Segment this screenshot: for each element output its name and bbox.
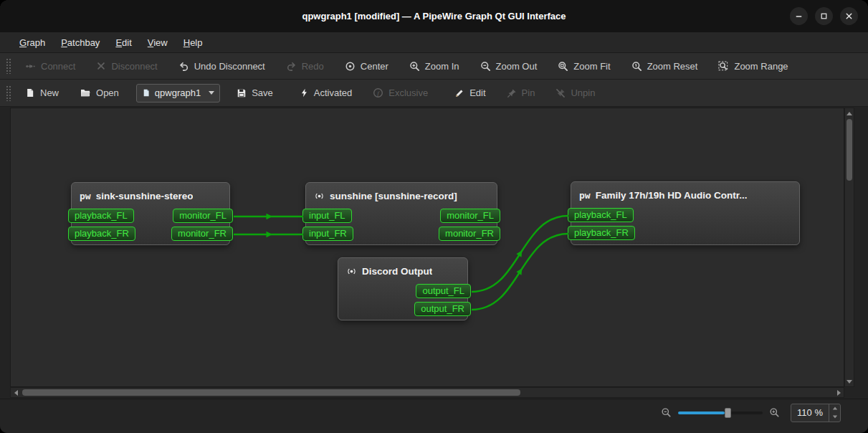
- horizontal-scroll-thumb[interactable]: [22, 389, 520, 396]
- center-button[interactable]: Center: [338, 57, 395, 75]
- arrow-up-icon: [846, 112, 852, 115]
- zoom-reset-label: Zoom Reset: [647, 61, 698, 72]
- patchbay-profile-combobox[interactable]: qpwgraph1: [136, 84, 220, 103]
- menu-view[interactable]: View: [140, 34, 176, 51]
- pipewire-icon: pw: [579, 190, 591, 201]
- redo-button[interactable]: Redo: [280, 57, 330, 75]
- port-playback-fr[interactable]: playback_FR: [568, 226, 635, 240]
- menu-patchbay[interactable]: Patchbay: [53, 34, 108, 51]
- port-output-fl[interactable]: output_FL: [416, 284, 471, 298]
- port-monitor-fr[interactable]: monitor_FR: [171, 227, 233, 241]
- profile-document-icon: [142, 88, 151, 97]
- pencil-icon: [454, 88, 464, 98]
- center-icon: [345, 61, 356, 72]
- maximize-button[interactable]: [815, 7, 833, 25]
- node-header: sunshine [sunshine-record]: [306, 183, 497, 209]
- redo-label: Redo: [302, 61, 324, 72]
- node-sink-sunshine-stereo[interactable]: pw sink-sunshine-stereo playback_FL play…: [71, 182, 230, 245]
- graph-canvas[interactable]: pw sink-sunshine-stereo playback_FL play…: [10, 108, 844, 387]
- zoom-out-button[interactable]: Zoom Out: [474, 57, 544, 75]
- zoom-in-icon: [409, 61, 420, 72]
- zoom-increment-button[interactable]: [829, 404, 840, 413]
- unpin-label: Unpin: [571, 87, 595, 98]
- vertical-scroll-thumb[interactable]: [846, 119, 852, 181]
- window-controls: [790, 7, 858, 25]
- new-label: New: [40, 87, 59, 98]
- disconnect-button[interactable]: Disconnect: [90, 57, 163, 75]
- redo-icon: [286, 61, 297, 72]
- port-monitor-fl[interactable]: monitor_FL: [173, 209, 233, 223]
- zoom-range-icon: [718, 61, 729, 72]
- port-playback-fr[interactable]: playback_FR: [68, 227, 135, 241]
- center-label: Center: [361, 61, 388, 72]
- save-button[interactable]: Save: [230, 84, 280, 102]
- zoom-out-icon: [480, 61, 491, 72]
- zoom-out-small-icon[interactable]: [661, 407, 672, 418]
- node-family-hd-audio[interactable]: pw Family 17h/19h HD Audio Contr... play…: [571, 181, 800, 245]
- scroll-left-button[interactable]: [11, 388, 21, 397]
- menubar: Graph Patchbay Edit View Help: [0, 32, 868, 53]
- connect-button[interactable]: Connect: [19, 57, 82, 75]
- zoom-decrement-button[interactable]: [829, 413, 840, 422]
- node-title: sink-sunshine-stereo: [96, 191, 194, 201]
- minimize-button[interactable]: [790, 7, 808, 25]
- svg-text:f: f: [378, 90, 381, 97]
- zoom-in-label: Zoom In: [425, 61, 459, 72]
- connections-layer: [11, 108, 844, 387]
- connect-label: Connect: [41, 61, 75, 72]
- menu-help[interactable]: Help: [176, 34, 211, 51]
- new-button[interactable]: New: [19, 84, 65, 102]
- titlebar[interactable]: qpwgraph1 [modified] — A PipeWire Graph …: [0, 0, 868, 32]
- profile-value: qpwgraph1: [155, 87, 201, 98]
- edit-button[interactable]: Edit: [448, 84, 492, 102]
- save-floppy-icon: [237, 88, 247, 98]
- edit-label: Edit: [469, 87, 485, 98]
- workarea: pw sink-sunshine-stereo playback_FL play…: [0, 107, 868, 399]
- toolbar-drag-handle[interactable]: [6, 85, 11, 101]
- node-sunshine-record[interactable]: sunshine [sunshine-record] input_FL inpu…: [305, 182, 497, 245]
- node-header: pw Family 17h/19h HD Audio Contr...: [571, 182, 799, 208]
- node-discord-output[interactable]: Discord Output output_FL output_FR: [338, 257, 468, 320]
- patchbay-toolbar: New Open qpwgraph1: [0, 80, 868, 107]
- exclusive-toggle[interactable]: f Exclusive: [366, 84, 434, 102]
- port-input-fr[interactable]: input_FR: [302, 227, 353, 241]
- pin-button[interactable]: Pin: [500, 84, 542, 102]
- statusbar: 110 %: [0, 399, 868, 433]
- menu-edit[interactable]: Edit: [108, 34, 139, 51]
- port-playback-fl[interactable]: playback_FL: [568, 208, 634, 222]
- arrow-up-icon: [832, 407, 836, 410]
- zoom-fit-button[interactable]: Zoom Fit: [551, 57, 616, 75]
- undo-disconnect-button[interactable]: Undo Disconnect: [172, 57, 272, 75]
- exclusive-label: Exclusive: [388, 87, 428, 98]
- horizontal-scrollbar[interactable]: [10, 387, 844, 398]
- port-input-fl[interactable]: input_FL: [302, 209, 352, 223]
- scroll-down-button[interactable]: [845, 376, 854, 386]
- port-monitor-fr[interactable]: monitor_FR: [439, 227, 500, 241]
- port-playback-fl[interactable]: playback_FL: [68, 209, 134, 223]
- vertical-scrollbar[interactable]: [844, 108, 854, 387]
- zoom-in-small-icon[interactable]: [769, 407, 780, 418]
- zoom-reset-button[interactable]: Zoom Reset: [625, 57, 705, 75]
- zoom-value[interactable]: 110 %: [791, 404, 829, 422]
- pipewire-icon: pw: [80, 191, 91, 201]
- chevron-down-icon: [209, 91, 214, 95]
- zoom-slider[interactable]: [678, 408, 763, 418]
- pin-label: Pin: [522, 87, 535, 98]
- menu-graph[interactable]: Graph: [11, 34, 53, 51]
- close-button[interactable]: [840, 7, 858, 25]
- zoom-slider-fill: [678, 411, 725, 414]
- scroll-right-button[interactable]: [834, 388, 844, 397]
- toolbar-drag-handle[interactable]: [6, 58, 11, 74]
- scroll-up-button[interactable]: [845, 108, 854, 118]
- window-title: qpwgraph1 [modified] — A PipeWire Graph …: [302, 11, 566, 22]
- port-output-fr[interactable]: output_FR: [414, 302, 471, 316]
- close-icon: [844, 11, 854, 22]
- activated-toggle[interactable]: Activated: [293, 84, 358, 102]
- open-button[interactable]: Open: [73, 84, 125, 102]
- unpin-button[interactable]: Unpin: [549, 84, 601, 102]
- zoom-in-button[interactable]: Zoom In: [403, 57, 466, 75]
- zoom-slider-thumb[interactable]: [725, 408, 731, 418]
- zoom-spinbox[interactable]: 110 %: [791, 404, 841, 422]
- port-monitor-fl[interactable]: monitor_FL: [440, 209, 500, 223]
- zoom-range-button[interactable]: Zoom Range: [712, 57, 794, 75]
